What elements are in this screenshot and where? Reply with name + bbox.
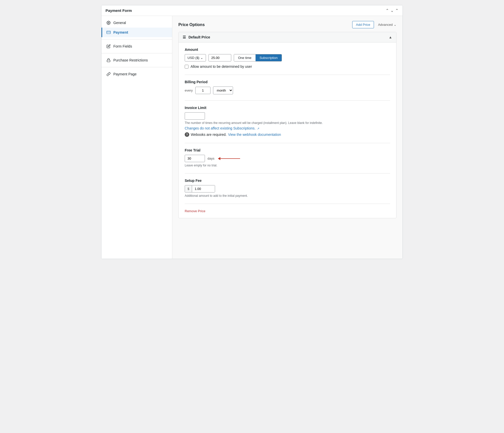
- setup-fee-prefix: $: [185, 185, 192, 192]
- billing-period-row: every day week month year: [185, 86, 390, 94]
- link-icon: [106, 72, 111, 76]
- divider-1: [185, 75, 390, 75]
- divider-5: [185, 204, 390, 204]
- payment-type-group: One time Subscription: [234, 54, 282, 61]
- billing-period-group: Billing Period every day week month year: [185, 80, 390, 94]
- setup-fee-label: Setup Fee: [185, 179, 390, 183]
- free-trial-row: days: [185, 155, 390, 162]
- sidebar-item-general[interactable]: General: [101, 18, 172, 28]
- title-bar: Payment Form ⌃ ⌄ ⌃: [101, 5, 403, 16]
- billing-period-label: Billing Period: [185, 80, 390, 84]
- currency-select[interactable]: USD ($) ⌄: [185, 54, 206, 61]
- sidebar: General Payment: [101, 16, 172, 259]
- free-trial-input[interactable]: [185, 155, 205, 162]
- free-trial-group: Free Trial days Leave empty for no trial…: [185, 148, 390, 167]
- price-card-header-left: ☰ Default Price: [183, 35, 210, 39]
- add-price-button[interactable]: Add Price: [352, 21, 374, 28]
- toolbar: Price Options Add Price Advanced ⌄: [178, 21, 396, 28]
- period-unit-select[interactable]: day week month year: [213, 86, 233, 94]
- every-label: every: [185, 89, 193, 92]
- svg-rect-3: [107, 60, 110, 62]
- sidebar-item-form-fields[interactable]: Form Fields: [101, 41, 172, 51]
- title-bar-controls: ⌃ ⌄ ⌃: [386, 9, 398, 13]
- webhook-text: Webooks are required.: [191, 133, 226, 137]
- sidebar-divider-1: [101, 39, 172, 39]
- main-content: Price Options Add Price Advanced ⌄ ☰ Def…: [172, 16, 403, 259]
- gear-icon: [106, 20, 111, 25]
- arrow-line: [220, 158, 240, 159]
- sidebar-item-purchase-restrictions[interactable]: Purchase Restrictions: [101, 55, 172, 65]
- changes-link-row: Changes do not affect existing Subscript…: [185, 126, 390, 130]
- svg-rect-1: [107, 31, 111, 34]
- divider-4: [185, 173, 390, 174]
- collapse-icon[interactable]: ▲: [389, 35, 392, 39]
- external-link-icon: ↗: [257, 127, 259, 130]
- sidebar-item-form-fields-label: Form Fields: [113, 44, 132, 48]
- remove-price-link[interactable]: Remove Price: [185, 209, 205, 213]
- question-icon: ?: [185, 132, 189, 137]
- advanced-toggle[interactable]: Advanced ⌄: [378, 23, 396, 27]
- subscription-button[interactable]: Subscription: [256, 54, 282, 61]
- svg-point-0: [108, 22, 109, 23]
- window-title: Payment Form: [106, 8, 132, 13]
- price-card-header: ☰ Default Price ▲: [179, 32, 396, 42]
- one-time-button[interactable]: One time: [234, 54, 256, 61]
- webhook-row: ? Webooks are required. View the webhook…: [185, 132, 390, 137]
- price-card: ☰ Default Price ▲ Amount USD ($) ⌄: [178, 32, 396, 218]
- changes-link[interactable]: Changes do not affect existing Subscript…: [185, 126, 259, 130]
- chevron-down-icon[interactable]: ⌄: [390, 9, 394, 13]
- allow-user-amount-label: Allow amount to be determined by user: [191, 64, 252, 69]
- setup-fee-input[interactable]: [192, 185, 215, 192]
- divider-2: [185, 100, 390, 101]
- edit-icon: [106, 44, 111, 49]
- divider-3: [185, 143, 390, 143]
- amount-field-group: Amount USD ($) ⌄ One time Subscription: [185, 48, 390, 69]
- sidebar-item-payment-page-label: Payment Page: [113, 72, 137, 76]
- allow-user-amount-row: Allow amount to be determined by user: [185, 64, 390, 69]
- app-window: Payment Form ⌃ ⌄ ⌃ General: [101, 5, 403, 259]
- invoice-limit-input[interactable]: [185, 112, 205, 120]
- section-title: Price Options: [178, 23, 205, 27]
- price-card-title: Default Price: [188, 35, 210, 39]
- drag-handle-icon[interactable]: ☰: [183, 35, 186, 39]
- sidebar-item-payment-page[interactable]: Payment Page: [101, 69, 172, 79]
- free-trial-label: Free Trial: [185, 148, 390, 152]
- sidebar-item-purchase-restrictions-label: Purchase Restrictions: [113, 58, 148, 62]
- expand-icon[interactable]: ⌃: [395, 9, 398, 13]
- setup-fee-row: $: [185, 185, 215, 192]
- main-layout: General Payment: [101, 16, 403, 259]
- currency-value: USD ($): [187, 56, 199, 60]
- invoice-helper-text: The number of times the recurring amount…: [185, 121, 390, 125]
- toolbar-right: Add Price Advanced ⌄: [352, 21, 396, 28]
- currency-dropdown-icon: ⌄: [200, 56, 203, 60]
- sidebar-item-payment-label: Payment: [113, 30, 128, 34]
- sidebar-divider-3: [101, 67, 172, 67]
- free-trial-helper: Leave empty for no trial.: [185, 164, 390, 167]
- allow-user-amount-checkbox[interactable]: [185, 65, 188, 69]
- invoice-limit-label: Invoice Limit: [185, 106, 390, 110]
- sidebar-item-general-label: General: [113, 21, 126, 25]
- remove-price-row: Remove Price: [185, 209, 390, 213]
- amount-label: Amount: [185, 48, 390, 52]
- sidebar-item-payment[interactable]: Payment: [101, 28, 172, 37]
- days-label: days: [207, 157, 214, 160]
- setup-fee-helper: Additional amount to add to the initial …: [185, 194, 390, 198]
- chevron-down-small-icon: ⌄: [394, 23, 396, 27]
- sidebar-divider-2: [101, 53, 172, 53]
- chevron-up-icon[interactable]: ⌃: [386, 9, 389, 13]
- period-number-input[interactable]: [195, 87, 211, 94]
- price-card-body: Amount USD ($) ⌄ One time Subscription: [179, 42, 396, 218]
- webhook-link[interactable]: View the webhook documentation: [228, 133, 281, 137]
- amount-input[interactable]: [208, 54, 231, 61]
- invoice-limit-group: Invoice Limit The number of times the re…: [185, 106, 390, 137]
- lock-icon: [106, 58, 111, 62]
- credit-card-icon: [106, 30, 111, 35]
- amount-row: USD ($) ⌄ One time Subscription: [185, 54, 390, 61]
- setup-fee-group: Setup Fee $ Additional amount to add to …: [185, 179, 390, 198]
- arrow-annotation: [218, 157, 240, 160]
